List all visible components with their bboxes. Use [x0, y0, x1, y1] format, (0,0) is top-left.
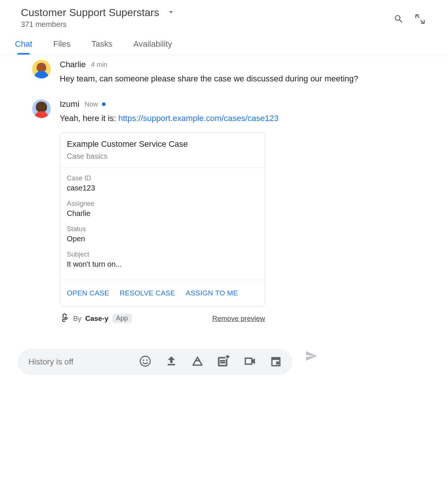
timestamp: Now — [85, 100, 98, 108]
message: Charlie 4 min Hey team, can someone plea… — [32, 60, 427, 85]
send-button[interactable] — [305, 350, 318, 364]
timestamp: 4 min — [91, 61, 108, 69]
tabs: Chat Files Tasks Availability — [0, 39, 448, 55]
emoji-icon[interactable] — [139, 355, 151, 369]
resolve-case-button[interactable]: RESOLVE CASE — [120, 289, 175, 297]
case-link[interactable]: https://support.example.com/cases/case12… — [118, 114, 279, 123]
tab-files[interactable]: Files — [53, 39, 70, 54]
message: Izumi Now Yeah, here it is: https://supp… — [32, 99, 427, 324]
chevron-down-icon[interactable] — [167, 7, 175, 18]
document-icon[interactable] — [218, 355, 230, 369]
calendar-icon[interactable] — [270, 355, 282, 369]
search-icon[interactable] — [393, 14, 404, 26]
field-value: case123 — [67, 184, 258, 192]
message-text-prefix: Yeah, here it is: — [60, 114, 118, 123]
tab-availability[interactable]: Availability — [133, 39, 172, 54]
tab-tasks[interactable]: Tasks — [91, 39, 112, 54]
field-value: It won't turn on... — [67, 260, 258, 269]
sender-name: Charlie — [60, 60, 86, 69]
webhook-icon — [60, 313, 69, 324]
field-label: Case ID — [67, 174, 258, 182]
field-value: Charlie — [67, 209, 258, 218]
app-badge: App — [112, 314, 132, 323]
field-label: Status — [67, 225, 258, 233]
card-subtitle: Case basics — [67, 152, 258, 161]
message-input[interactable] — [28, 357, 131, 367]
svg-rect-2 — [276, 362, 279, 365]
field-label: Assignee — [67, 200, 258, 208]
card-title: Example Customer Service Case — [67, 139, 258, 149]
tab-chat[interactable]: Chat — [15, 39, 32, 54]
field-value: Open — [67, 235, 258, 243]
composer — [18, 349, 292, 375]
field-label: Subject — [67, 251, 258, 258]
avatar[interactable] — [32, 60, 51, 78]
svg-point-1 — [146, 360, 148, 361]
by-label: By — [73, 314, 81, 323]
message-text: Yeah, here it is: https://support.exampl… — [60, 112, 427, 125]
drive-icon[interactable] — [192, 355, 203, 369]
open-case-button[interactable]: OPEN CASE — [67, 289, 109, 297]
message-text: Hey team, can someone please share the c… — [60, 72, 427, 85]
remove-preview-button[interactable]: Remove preview — [212, 314, 265, 323]
app-name: Case-y — [85, 314, 108, 323]
avatar[interactable] — [32, 99, 51, 118]
unread-dot-icon — [102, 102, 106, 106]
sender-name: Izumi — [60, 99, 80, 109]
room-title[interactable]: Customer Support Superstars — [21, 7, 159, 19]
link-preview-card: Example Customer Service Case Case basic… — [60, 132, 265, 307]
member-count: 371 members — [21, 20, 175, 29]
assign-to-me-button[interactable]: ASSIGN TO ME — [186, 289, 238, 297]
upload-icon[interactable] — [165, 355, 177, 369]
collapse-icon[interactable] — [414, 13, 426, 26]
video-icon[interactable] — [244, 355, 256, 369]
svg-point-0 — [143, 360, 144, 361]
